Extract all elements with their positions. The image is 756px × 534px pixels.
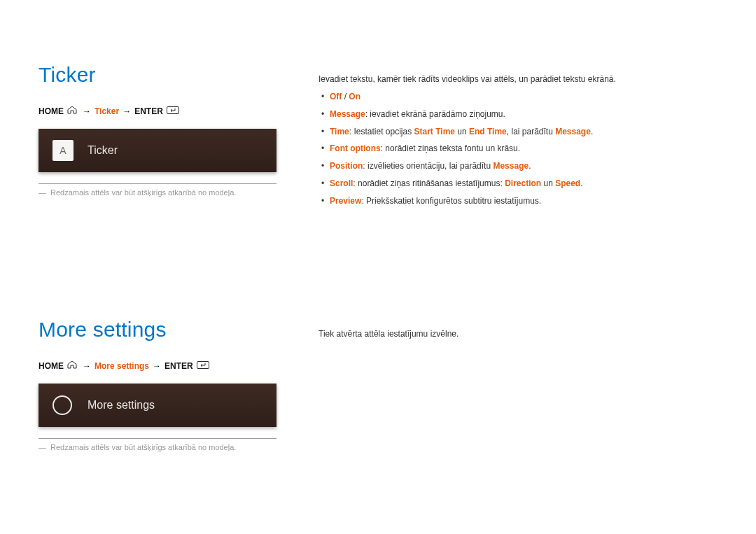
ticker-intro: Ievadiet tekstu, kamēr tiek rādīts video… bbox=[318, 74, 718, 84]
ticker-card-icon: A bbox=[52, 140, 74, 161]
footnote-text: Redzamais attēls var būt atšķirīgs atkar… bbox=[50, 188, 236, 197]
more-card-label: More settings bbox=[88, 399, 155, 412]
svg-rect-1 bbox=[197, 361, 209, 368]
arrow-icon: → bbox=[122, 106, 131, 116]
ticker-bullets: Off / On Message: ievadiet ekrānā parādā… bbox=[318, 91, 718, 207]
breadcrumb-mid: Ticker bbox=[94, 106, 119, 116]
ticker-menu-card: A Ticker bbox=[38, 129, 276, 172]
enter-icon bbox=[167, 106, 179, 116]
more-menu-card: More settings bbox=[38, 384, 276, 427]
arrow-icon: → bbox=[83, 106, 91, 116]
svg-rect-0 bbox=[167, 107, 178, 114]
ticker-card-letter: A bbox=[59, 145, 66, 156]
right-column: Ievadiet tekstu, kamēr tiek rādīts video… bbox=[318, 63, 718, 213]
breadcrumb-ticker: HOME → Ticker → ENTER bbox=[38, 106, 276, 116]
breadcrumb-more: HOME → More settings → ENTER bbox=[38, 361, 276, 371]
left-column: Ticker HOME → Ticker → ENTER A Ticker Re… bbox=[38, 63, 276, 213]
section-more-settings: More settings HOME → More settings → ENT… bbox=[38, 318, 718, 451]
arrow-icon: → bbox=[83, 361, 91, 371]
footnote-dash-icon bbox=[38, 188, 46, 197]
bullet-time: Time: Iestatiet opcijas Start Time un En… bbox=[318, 126, 718, 138]
more-intro: Tiek atvērta attēla iestatījumu izvēlne. bbox=[318, 329, 718, 339]
section-title-ticker: Ticker bbox=[38, 63, 276, 87]
enter-icon bbox=[197, 361, 209, 371]
footnote-text: Redzamais attēls var būt atšķirīgs atkar… bbox=[50, 443, 236, 451]
footnote: Redzamais attēls var būt atšķirīgs atkar… bbox=[38, 443, 276, 451]
divider bbox=[38, 183, 276, 184]
home-icon bbox=[67, 106, 77, 116]
breadcrumb-mid: More settings bbox=[94, 361, 149, 371]
breadcrumb-home: HOME bbox=[38, 361, 64, 371]
home-icon bbox=[67, 361, 77, 371]
bullet-off-on: Off / On bbox=[318, 91, 718, 103]
arrow-icon: → bbox=[153, 361, 161, 371]
right-column: Tiek atvērta attēla iestatījumu izvēlne. bbox=[318, 318, 718, 451]
breadcrumb-enter: ENTER bbox=[164, 361, 193, 371]
bullet-scroll: Scroll: norādiet ziņas ritināšanas iesta… bbox=[318, 178, 718, 190]
circle-icon bbox=[52, 395, 72, 415]
footnote-dash-icon bbox=[38, 443, 46, 451]
footnote: Redzamais attēls var būt atšķirīgs atkar… bbox=[38, 188, 276, 197]
breadcrumb-home: HOME bbox=[38, 106, 64, 116]
ticker-card-label: Ticker bbox=[88, 144, 118, 157]
breadcrumb-enter: ENTER bbox=[134, 106, 163, 116]
section-title-more: More settings bbox=[38, 318, 276, 342]
bullet-message: Message: ievadiet ekrānā parādāmo ziņoju… bbox=[318, 108, 718, 120]
bullet-position: Position: izvēlieties orientāciju, lai p… bbox=[318, 160, 718, 172]
section-gap bbox=[38, 213, 718, 318]
divider bbox=[38, 438, 276, 439]
section-ticker: Ticker HOME → Ticker → ENTER A Ticker Re… bbox=[38, 63, 718, 213]
left-column: More settings HOME → More settings → ENT… bbox=[38, 318, 276, 451]
bullet-font-options: Font options: norādiet ziņas teksta font… bbox=[318, 143, 718, 155]
bullet-preview: Preview: Priekšskatiet konfigurētos subt… bbox=[318, 195, 718, 207]
